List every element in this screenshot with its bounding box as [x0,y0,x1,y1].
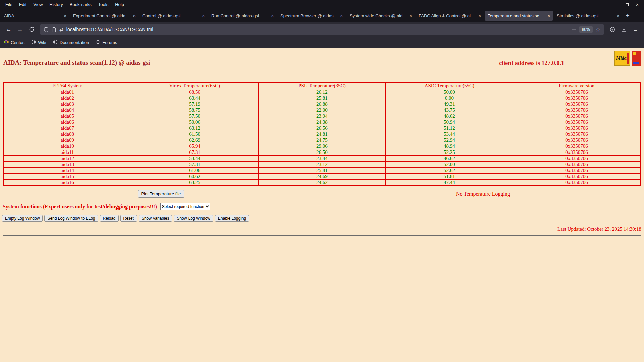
plot-temperature-button[interactable]: Plot Temperature file [138,190,184,198]
asic-temp-cell: 49.31 [386,101,513,107]
bookmark-wiki[interactable]: Wiki [31,40,46,45]
asic-temp-cell: 50.94 [386,119,513,125]
pocket-icon[interactable] [607,24,618,35]
bookmarks-toolbar: CentosWikiDocumentationForums [0,37,644,48]
menu-bookmarks[interactable]: Bookmarks [66,0,95,9]
tab-close-icon[interactable]: × [271,13,274,18]
header-divider [3,77,641,77]
forward-icon[interactable]: → [15,24,25,35]
new-tab-button[interactable]: + [623,11,633,21]
reload-icon[interactable] [26,24,37,35]
app-menu-icon[interactable]: ≡ [630,24,641,35]
enable-logging-button[interactable]: Enable Logging [215,215,249,222]
asic-temp-cell: 43.75 [386,107,513,113]
menu-file[interactable]: File [2,0,16,9]
show-variables-button[interactable]: Show Variables [139,215,172,222]
menu-edit[interactable]: Edit [16,0,30,9]
bookmark-documentation[interactable]: Documentation [53,40,89,45]
browser-tab[interactable]: FADC Align & Control @ ai× [416,11,484,21]
zoom-level[interactable]: 80% [579,26,593,33]
fee64-name-cell: aida13 [4,162,131,168]
browser-tab[interactable]: Temperature and status sc× [485,11,553,21]
menu-help[interactable]: Help [112,0,127,9]
bookmark-label: Wiki [38,40,46,45]
function-select[interactable]: Select required function [160,203,210,210]
tab-title: FADC Align & Control @ ai [419,13,476,18]
plot-row: Plot Temperature file No Temperature Log… [0,190,644,198]
tab-close-icon[interactable]: × [340,13,343,18]
firmware-cell: 0x3350706 [513,143,641,149]
url-text[interactable]: localhost:8015/AIDA/TSCAN/TSCAN.tml [66,27,568,32]
column-header: Firmware version [513,83,641,89]
tab-close-icon[interactable]: × [202,13,205,18]
tab-close-icon[interactable]: × [547,13,550,18]
firmware-cell: 0x3350706 [513,107,641,113]
asic-temp-cell: 52.00 [386,162,513,168]
back-icon[interactable]: ← [3,24,14,35]
bookmark-forums[interactable]: Forums [96,40,117,45]
virtex-temp-cell: 62.69 [131,137,258,143]
reload-button[interactable]: Reload [100,215,119,222]
firmware-cell: 0x3350706 [513,162,641,168]
table-row: aida1560.6224.6951.810x3350706 [4,174,641,180]
window-controls: – × [615,2,644,7]
fee64-name-cell: aida09 [4,137,131,143]
table-row: aida1167.3126.5052.250x3350706 [4,149,641,156]
fee64-name-cell: aida05 [4,113,131,119]
fee64-name-cell: aida03 [4,101,131,107]
bookmark-star-icon[interactable]: ☆ [596,26,600,33]
table-row: aida0962.6924.7552.940x3350706 [4,137,641,143]
browser-tab[interactable]: Experiment Control @ aida× [70,11,139,21]
menu-items: FileEditViewHistoryBookmarksToolsHelp [2,0,127,9]
menu-history[interactable]: History [46,0,66,9]
table-row: aida1357.3123.1252.000x3350706 [4,162,641,168]
fee64-name-cell: aida10 [4,143,131,149]
tab-close-icon[interactable]: × [133,13,136,18]
bookmark-centos[interactable]: Centos [4,40,24,45]
table-header-row: FEE64 SystemVirtex Temperature(65C)PSU T… [4,83,641,89]
page-icon[interactable] [52,27,56,32]
browser-tab[interactable]: System wide Checks @ aid× [346,11,415,21]
menu-bar: FileEditViewHistoryBookmarksToolsHelp – … [0,0,644,9]
reset-button[interactable]: Reset [120,215,137,222]
firmware-cell: 0x3350706 [513,137,641,143]
firmware-cell: 0x3350706 [513,125,641,131]
virtex-temp-cell: 67.31 [131,149,258,156]
browser-tab[interactable]: Spectrum Browser @ aidas× [277,11,346,21]
fee64-name-cell: aida08 [4,131,131,137]
fee64-name-cell: aida14 [4,168,131,174]
column-header: PSU Temperature(35C) [258,83,386,89]
psu-temp-cell: 26.56 [258,125,386,131]
download-icon[interactable] [619,24,629,35]
firmware-cell: 0x3350706 [513,131,641,137]
tab-close-icon[interactable]: × [616,13,619,18]
empty-log-window-button[interactable]: Empty Log Window [2,215,43,222]
browser-tab[interactable]: AIDA× [1,11,69,21]
tab-close-icon[interactable]: × [478,13,481,18]
action-buttons-row: Empty Log WindowSend Log Window to ELogR… [2,215,644,222]
browser-tab[interactable]: Control @ aidas-gsi× [139,11,208,21]
window-maximize-button[interactable] [626,3,629,6]
bookmark-label: Documentation [60,40,89,45]
shield-icon[interactable] [44,27,49,32]
tab-title: Temperature and status sc [488,13,545,18]
firmware-cell: 0x3350706 [513,89,641,95]
browser-tab[interactable]: Statistics @ aidas-gsi× [554,11,622,21]
bookmark-label: Centos [11,40,24,45]
browser-tab[interactable]: Run Control @ aidas-gsi× [208,11,277,21]
bookmark-label: Forums [102,40,117,45]
tab-close-icon[interactable]: × [409,13,412,18]
firmware-cell: 0x3350706 [513,180,641,186]
show-log-window-button[interactable]: Show Log Window [174,215,213,222]
menu-tools[interactable]: Tools [95,0,112,9]
menu-view[interactable]: View [30,0,46,9]
send-log-window-to-elog-button[interactable]: Send Log Window to ELog [44,215,98,222]
url-bar[interactable]: ⇄ localhost:8015/AIDA/TSCAN/TSCAN.tml 80… [40,24,604,35]
reader-mode-icon[interactable] [571,27,576,32]
window-minimize-button[interactable]: – [615,2,618,7]
table-row: aida0168.5626.1250.000x3350706 [4,89,641,95]
tab-bar: AIDA×Experiment Control @ aida×Control @… [0,9,644,22]
tab-close-icon[interactable]: × [64,13,66,18]
window-close-button[interactable]: × [636,2,639,7]
globe-icon [53,40,58,45]
